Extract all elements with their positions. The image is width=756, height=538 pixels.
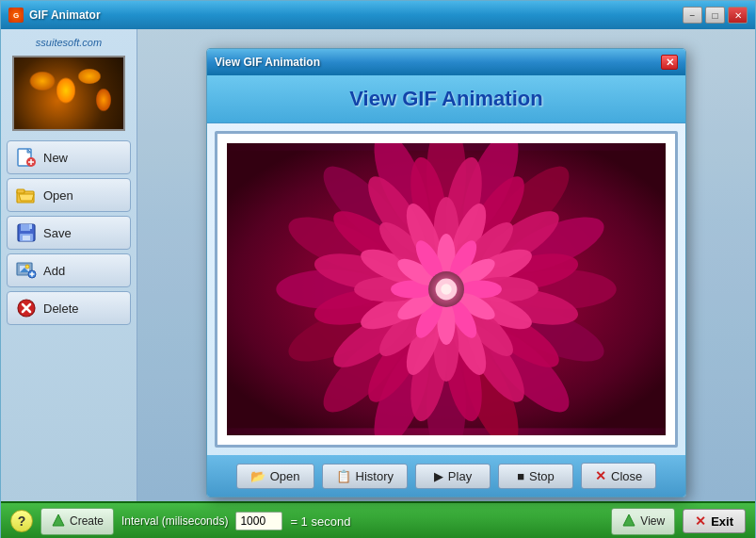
delete-label: Delete (43, 302, 79, 316)
bottom-bar: ? Create Interval (miliseconds) = 1 seco… (1, 501, 755, 538)
title-bar: G GIF Animator − □ ✕ (1, 1, 755, 29)
close-button[interactable]: ✕ (728, 7, 748, 24)
modal-play-button[interactable]: ▶ Play (415, 464, 491, 489)
modal-open-label: Open (270, 469, 300, 483)
interval-input[interactable] (235, 512, 282, 530)
modal-title: View GIF Animation (215, 56, 655, 69)
view-label: View (640, 514, 665, 528)
minimize-button[interactable]: − (683, 7, 702, 24)
close-x-icon: ✕ (595, 468, 606, 483)
maximize-button[interactable]: □ (705, 7, 725, 24)
app-window: G GIF Animator − □ ✕ ssuitesoft.com (0, 0, 756, 538)
modal-stop-button[interactable]: ■ Stop (498, 464, 573, 489)
modal-title-bar: View GIF Animation ✕ (207, 49, 685, 75)
exit-x-icon: ✕ (695, 514, 706, 529)
open-folder-icon: 📂 (250, 469, 265, 483)
create-icon (51, 513, 66, 530)
modal-close-button[interactable]: ✕ (661, 55, 678, 70)
modal-stop-label: Stop (529, 469, 555, 483)
open-button[interactable]: Open (7, 178, 131, 212)
svg-point-85 (441, 284, 451, 294)
title-bar-controls: − □ ✕ (683, 7, 748, 24)
modal-body (215, 131, 678, 448)
play-icon: ▶ (434, 469, 443, 483)
modal-open-button[interactable]: 📂 Open (236, 464, 314, 489)
modal-history-button[interactable]: 📋 History (322, 464, 408, 489)
modal-footer: 📂 Open 📋 History ▶ Play ■ (207, 455, 685, 497)
delete-button[interactable]: Delete (7, 291, 131, 325)
svg-marker-87 (623, 514, 635, 526)
app-content: ssuitesoft.com New (1, 29, 755, 501)
svg-rect-6 (17, 189, 24, 193)
new-button[interactable]: New (7, 140, 131, 174)
svg-marker-86 (53, 514, 64, 526)
app-title: GIF Animator (29, 8, 677, 22)
interval-label: Interval (miliseconds) (121, 514, 228, 528)
svg-rect-8 (21, 224, 30, 231)
thumbnail-leaves (14, 57, 123, 129)
main-area: View GIF Animation ✕ View GIF Animation (137, 29, 755, 501)
create-button[interactable]: Create (40, 508, 114, 535)
open-label: Open (43, 188, 73, 203)
sidebar: ssuitesoft.com New (1, 29, 137, 501)
modal-history-label: History (356, 469, 394, 483)
svg-rect-9 (29, 224, 32, 229)
delete-icon (15, 297, 38, 319)
exit-label: Exit (711, 514, 733, 529)
app-icon: G (8, 8, 24, 23)
save-icon (15, 221, 38, 244)
add-label: Add (43, 264, 65, 278)
svg-point-15 (25, 265, 29, 269)
view-icon (621, 513, 636, 530)
thumbnail-image (14, 57, 123, 129)
gif-display (227, 143, 666, 435)
modal-header-title: View GIF Animation (218, 87, 674, 111)
new-label: New (43, 151, 68, 165)
exit-button[interactable]: ✕ Exit (683, 509, 746, 533)
equal-label: = 1 second (290, 514, 350, 529)
open-icon (15, 184, 38, 206)
stop-icon: ■ (517, 469, 524, 483)
svg-rect-11 (23, 236, 30, 240)
history-icon: 📋 (336, 469, 351, 483)
help-button[interactable]: ? (10, 510, 33, 532)
modal-close-x-button[interactable]: ✕ Close (581, 463, 656, 489)
thumbnail-area (12, 56, 125, 131)
modal-header: View GIF Animation (207, 75, 685, 123)
create-label: Create (70, 514, 104, 528)
new-icon (15, 146, 38, 169)
site-label: ssuitesoft.com (7, 37, 131, 48)
view-button[interactable]: View (611, 508, 675, 535)
modal-overlay: View GIF Animation ✕ View GIF Animation (137, 29, 755, 501)
add-button[interactable]: Add (7, 253, 131, 287)
modal-dialog: View GIF Animation ✕ View GIF Animation (206, 48, 686, 497)
add-icon (15, 259, 38, 282)
dahlia-svg (227, 143, 666, 435)
save-button[interactable]: Save (7, 216, 131, 250)
save-label: Save (43, 226, 72, 240)
modal-close-label: Close (611, 469, 642, 483)
modal-play-label: Play (448, 469, 472, 483)
